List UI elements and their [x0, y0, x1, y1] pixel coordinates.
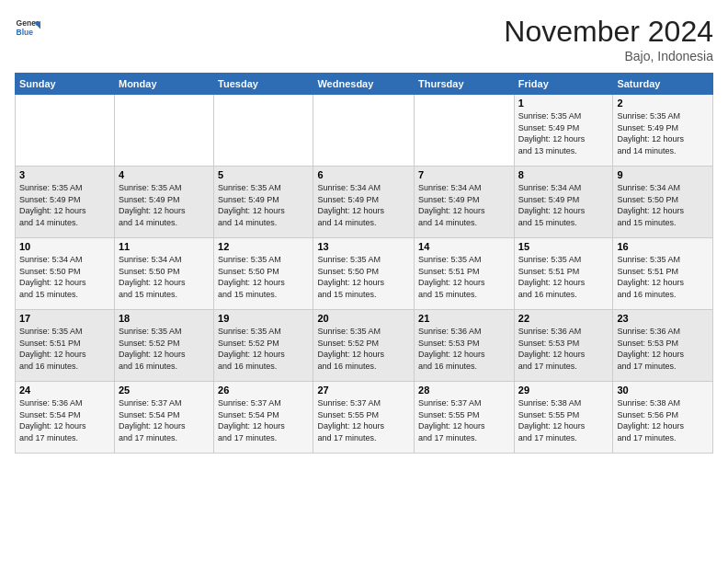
calendar-cell: [415, 95, 515, 167]
day-number: 4: [119, 169, 210, 180]
page-header: General Blue November 2024 Bajo, Indones…: [15, 15, 713, 63]
calendar-cell: 3Sunrise: 5:35 AM Sunset: 5:49 PM Daylig…: [16, 167, 115, 238]
day-number: 14: [418, 241, 510, 252]
calendar-cell: 6Sunrise: 5:34 AM Sunset: 5:49 PM Daylig…: [313, 167, 415, 238]
day-info: Sunrise: 5:34 AM Sunset: 5:49 PM Dayligh…: [317, 182, 410, 228]
calendar-cell: 11Sunrise: 5:34 AM Sunset: 5:50 PM Dayli…: [114, 238, 213, 310]
day-info: Sunrise: 5:37 AM Sunset: 5:55 PM Dayligh…: [317, 397, 410, 443]
calendar-cell: 20Sunrise: 5:35 AM Sunset: 5:52 PM Dayli…: [313, 310, 415, 382]
logo-icon: General Blue: [15, 15, 40, 40]
calendar-week-3: 10Sunrise: 5:34 AM Sunset: 5:50 PM Dayli…: [16, 238, 713, 310]
day-info: Sunrise: 5:35 AM Sunset: 5:52 PM Dayligh…: [119, 326, 210, 372]
calendar-cell: 19Sunrise: 5:35 AM Sunset: 5:52 PM Dayli…: [214, 310, 313, 382]
day-info: Sunrise: 5:35 AM Sunset: 5:49 PM Dayligh…: [119, 182, 210, 228]
day-info: Sunrise: 5:35 AM Sunset: 5:51 PM Dayligh…: [518, 254, 609, 300]
calendar-cell: [214, 95, 313, 167]
calendar-cell: 15Sunrise: 5:35 AM Sunset: 5:51 PM Dayli…: [514, 238, 613, 310]
title-block: November 2024 Bajo, Indonesia: [504, 15, 713, 63]
calendar-cell: 22Sunrise: 5:36 AM Sunset: 5:53 PM Dayli…: [514, 310, 613, 382]
day-number: 16: [617, 241, 709, 252]
weekday-header-saturday: Saturday: [613, 74, 713, 95]
day-info: Sunrise: 5:35 AM Sunset: 5:49 PM Dayligh…: [617, 110, 709, 156]
day-number: 2: [617, 98, 709, 109]
calendar-cell: 30Sunrise: 5:38 AM Sunset: 5:56 PM Dayli…: [613, 382, 713, 454]
day-info: Sunrise: 5:37 AM Sunset: 5:55 PM Dayligh…: [418, 397, 510, 443]
day-number: 11: [119, 241, 210, 252]
day-info: Sunrise: 5:35 AM Sunset: 5:50 PM Dayligh…: [317, 254, 410, 300]
day-info: Sunrise: 5:35 AM Sunset: 5:51 PM Dayligh…: [19, 326, 110, 372]
day-number: 3: [19, 169, 110, 180]
day-number: 1: [518, 98, 609, 109]
day-number: 30: [617, 385, 709, 396]
svg-text:Blue: Blue: [17, 28, 34, 37]
calendar-cell: 2Sunrise: 5:35 AM Sunset: 5:49 PM Daylig…: [613, 95, 713, 167]
day-info: Sunrise: 5:37 AM Sunset: 5:54 PM Dayligh…: [119, 397, 210, 443]
day-number: 9: [617, 169, 709, 180]
calendar-week-4: 17Sunrise: 5:35 AM Sunset: 5:51 PM Dayli…: [16, 310, 713, 382]
calendar-cell: [313, 95, 415, 167]
weekday-header-friday: Friday: [514, 74, 613, 95]
day-number: 28: [418, 385, 510, 396]
day-number: 21: [418, 313, 510, 324]
day-number: 23: [617, 313, 709, 324]
day-number: 15: [518, 241, 609, 252]
weekday-header-wednesday: Wednesday: [313, 74, 415, 95]
calendar-cell: 8Sunrise: 5:34 AM Sunset: 5:49 PM Daylig…: [514, 167, 613, 238]
day-info: Sunrise: 5:34 AM Sunset: 5:50 PM Dayligh…: [617, 182, 709, 228]
calendar-cell: 1Sunrise: 5:35 AM Sunset: 5:49 PM Daylig…: [514, 95, 613, 167]
day-info: Sunrise: 5:35 AM Sunset: 5:49 PM Dayligh…: [518, 110, 609, 156]
calendar-cell: 4Sunrise: 5:35 AM Sunset: 5:49 PM Daylig…: [114, 167, 213, 238]
calendar-cell: 28Sunrise: 5:37 AM Sunset: 5:55 PM Dayli…: [415, 382, 515, 454]
day-info: Sunrise: 5:37 AM Sunset: 5:54 PM Dayligh…: [218, 397, 309, 443]
location: Bajo, Indonesia: [504, 49, 713, 63]
calendar-cell: 7Sunrise: 5:34 AM Sunset: 5:49 PM Daylig…: [415, 167, 515, 238]
day-number: 26: [218, 385, 309, 396]
day-info: Sunrise: 5:35 AM Sunset: 5:50 PM Dayligh…: [218, 254, 309, 300]
calendar-cell: 9Sunrise: 5:34 AM Sunset: 5:50 PM Daylig…: [613, 167, 713, 238]
day-info: Sunrise: 5:35 AM Sunset: 5:52 PM Dayligh…: [317, 326, 410, 372]
calendar-cell: 17Sunrise: 5:35 AM Sunset: 5:51 PM Dayli…: [16, 310, 115, 382]
calendar-cell: 12Sunrise: 5:35 AM Sunset: 5:50 PM Dayli…: [214, 238, 313, 310]
day-number: 7: [418, 169, 510, 180]
calendar-cell: 21Sunrise: 5:36 AM Sunset: 5:53 PM Dayli…: [415, 310, 515, 382]
day-info: Sunrise: 5:38 AM Sunset: 5:55 PM Dayligh…: [518, 397, 609, 443]
calendar-cell: 26Sunrise: 5:37 AM Sunset: 5:54 PM Dayli…: [214, 382, 313, 454]
weekday-header-monday: Monday: [114, 74, 213, 95]
day-number: 19: [218, 313, 309, 324]
calendar-cell: 18Sunrise: 5:35 AM Sunset: 5:52 PM Dayli…: [114, 310, 213, 382]
day-number: 8: [518, 169, 609, 180]
day-number: 20: [317, 313, 410, 324]
day-info: Sunrise: 5:34 AM Sunset: 5:49 PM Dayligh…: [518, 182, 609, 228]
day-number: 5: [218, 169, 309, 180]
day-info: Sunrise: 5:36 AM Sunset: 5:53 PM Dayligh…: [418, 326, 510, 372]
day-info: Sunrise: 5:34 AM Sunset: 5:49 PM Dayligh…: [418, 182, 510, 228]
calendar-cell: 10Sunrise: 5:34 AM Sunset: 5:50 PM Dayli…: [16, 238, 115, 310]
day-number: 17: [19, 313, 110, 324]
day-info: Sunrise: 5:35 AM Sunset: 5:49 PM Dayligh…: [19, 182, 110, 228]
calendar-body: 1Sunrise: 5:35 AM Sunset: 5:49 PM Daylig…: [16, 95, 713, 454]
day-info: Sunrise: 5:34 AM Sunset: 5:50 PM Dayligh…: [19, 254, 110, 300]
day-number: 24: [19, 385, 110, 396]
day-number: 25: [119, 385, 210, 396]
weekday-header-sunday: Sunday: [16, 74, 115, 95]
calendar-cell: [16, 95, 115, 167]
calendar-cell: 16Sunrise: 5:35 AM Sunset: 5:51 PM Dayli…: [613, 238, 713, 310]
calendar-table: SundayMondayTuesdayWednesdayThursdayFrid…: [15, 73, 713, 454]
logo: General Blue: [15, 15, 40, 40]
day-number: 13: [317, 241, 410, 252]
calendar-week-1: 1Sunrise: 5:35 AM Sunset: 5:49 PM Daylig…: [16, 95, 713, 167]
day-info: Sunrise: 5:35 AM Sunset: 5:51 PM Dayligh…: [418, 254, 510, 300]
weekday-header-thursday: Thursday: [415, 74, 515, 95]
day-info: Sunrise: 5:36 AM Sunset: 5:53 PM Dayligh…: [518, 326, 609, 372]
day-info: Sunrise: 5:36 AM Sunset: 5:54 PM Dayligh…: [19, 397, 110, 443]
day-number: 10: [19, 241, 110, 252]
weekday-header-tuesday: Tuesday: [214, 74, 313, 95]
day-number: 6: [317, 169, 410, 180]
calendar-cell: 25Sunrise: 5:37 AM Sunset: 5:54 PM Dayli…: [114, 382, 213, 454]
calendar-cell: 5Sunrise: 5:35 AM Sunset: 5:49 PM Daylig…: [214, 167, 313, 238]
day-number: 29: [518, 385, 609, 396]
calendar-cell: 29Sunrise: 5:38 AM Sunset: 5:55 PM Dayli…: [514, 382, 613, 454]
calendar-week-2: 3Sunrise: 5:35 AM Sunset: 5:49 PM Daylig…: [16, 167, 713, 238]
month-title: November 2024: [504, 15, 713, 49]
calendar-week-5: 24Sunrise: 5:36 AM Sunset: 5:54 PM Dayli…: [16, 382, 713, 454]
